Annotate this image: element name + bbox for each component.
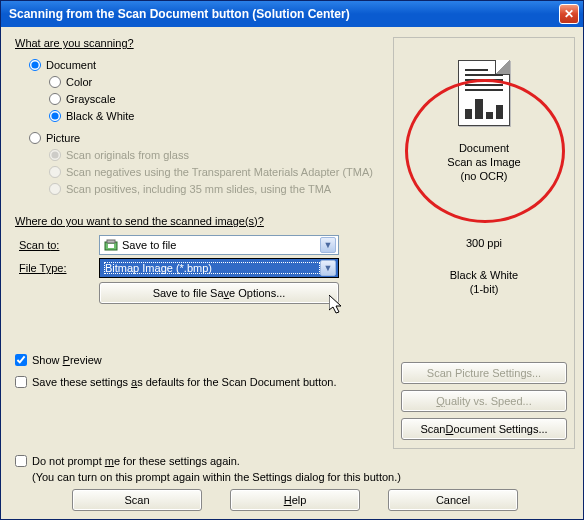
preview-caption: Document Scan as Image (no OCR)	[447, 142, 520, 183]
question-what-scanning: What are you scanning?	[15, 37, 387, 49]
right-panel: Document Scan as Image (no OCR) 300 ppi …	[393, 37, 575, 449]
radio-originals-glass-input	[49, 149, 61, 161]
radio-picture[interactable]: Picture	[29, 130, 387, 146]
check-no-prompt-label: Do not prompt me for these settings agai…	[32, 455, 240, 467]
radio-bw-input[interactable]	[49, 110, 61, 122]
check-no-prompt[interactable]: Do not prompt me for these settings agai…	[15, 453, 575, 469]
quality-speed-button: Quality vs. Speed...	[401, 390, 567, 412]
check-save-defaults-input[interactable]	[15, 376, 27, 388]
preview-thumbnail	[443, 50, 525, 136]
help-button[interactable]: Help	[230, 489, 360, 511]
chevron-down-icon[interactable]: ▼	[320, 260, 336, 276]
question-send-where: Where do you want to send the scanned im…	[15, 215, 387, 227]
radio-negatives-tma-label: Scan negatives using the Transparent Mat…	[66, 166, 373, 178]
check-show-preview-input[interactable]	[15, 354, 27, 366]
radio-color-input[interactable]	[49, 76, 61, 88]
scan-to-combo[interactable]: Save to file ▼	[99, 235, 339, 255]
radio-grayscale-label: Grayscale	[66, 93, 116, 105]
radio-bw[interactable]: Black & White	[49, 108, 387, 124]
radio-bw-label: Black & White	[66, 110, 134, 122]
file-type-label: File Type:	[19, 262, 99, 274]
cancel-button[interactable]: Cancel	[388, 489, 518, 511]
button-bar: Scan Help Cancel	[15, 489, 575, 511]
radio-originals-glass-label: Scan originals from glass	[66, 149, 189, 161]
radio-originals-glass: Scan originals from glass	[49, 147, 387, 163]
radio-document-input[interactable]	[29, 59, 41, 71]
radio-negatives-tma-input	[49, 166, 61, 178]
radio-grayscale[interactable]: Grayscale	[49, 91, 387, 107]
scan-to-label: Scan to:	[19, 239, 99, 251]
resolution-text: 300 ppi	[466, 237, 502, 251]
disk-icon	[104, 239, 118, 251]
radio-positives-tma-input	[49, 183, 61, 195]
file-type-value: Bitmap Image (*.bmp)	[104, 262, 320, 274]
no-prompt-note: (You can turn on this prompt again withi…	[32, 471, 575, 483]
radio-negatives-tma: Scan negatives using the Transparent Mat…	[49, 164, 387, 180]
svg-rect-2	[108, 244, 114, 248]
radio-color-label: Color	[66, 76, 92, 88]
check-show-preview[interactable]: Show Preview	[15, 352, 387, 368]
check-no-prompt-input[interactable]	[15, 455, 27, 467]
close-icon: ✕	[564, 7, 574, 21]
radio-color[interactable]: Color	[49, 74, 387, 90]
dialog-window: Scanning from the Scan Document button (…	[0, 0, 584, 520]
radio-picture-label: Picture	[46, 132, 80, 144]
radio-document[interactable]: Document	[29, 57, 387, 73]
close-button[interactable]: ✕	[559, 4, 579, 24]
color-mode-text: Black & White (1-bit)	[450, 269, 518, 297]
titlebar: Scanning from the Scan Document button (…	[1, 1, 583, 27]
scan-picture-settings-button: Scan Picture Settings...	[401, 362, 567, 384]
radio-grayscale-input[interactable]	[49, 93, 61, 105]
left-panel: What are you scanning? Document Color Gr…	[15, 37, 387, 449]
check-save-defaults-label: Save these settings as defaults for the …	[32, 376, 337, 388]
save-options-button[interactable]: Save to file Save Options...	[99, 282, 339, 304]
file-type-combo[interactable]: Bitmap Image (*.bmp) ▼	[99, 258, 339, 278]
svg-rect-1	[107, 240, 115, 243]
check-show-preview-label: Show Preview	[32, 354, 102, 366]
client-area: What are you scanning? Document Color Gr…	[1, 27, 583, 519]
check-save-defaults[interactable]: Save these settings as defaults for the …	[15, 374, 387, 390]
radio-document-label: Document	[46, 59, 96, 71]
radio-positives-tma-label: Scan positives, including 35 mm slides, …	[66, 183, 331, 195]
document-icon	[458, 60, 510, 126]
scan-to-value: Save to file	[122, 239, 320, 251]
scan-button[interactable]: Scan	[72, 489, 202, 511]
radio-picture-input[interactable]	[29, 132, 41, 144]
chevron-down-icon[interactable]: ▼	[320, 237, 336, 253]
radio-positives-tma: Scan positives, including 35 mm slides, …	[49, 181, 387, 197]
scan-document-settings-button[interactable]: Scan Document Settings...	[401, 418, 567, 440]
window-title: Scanning from the Scan Document button (…	[9, 7, 559, 21]
